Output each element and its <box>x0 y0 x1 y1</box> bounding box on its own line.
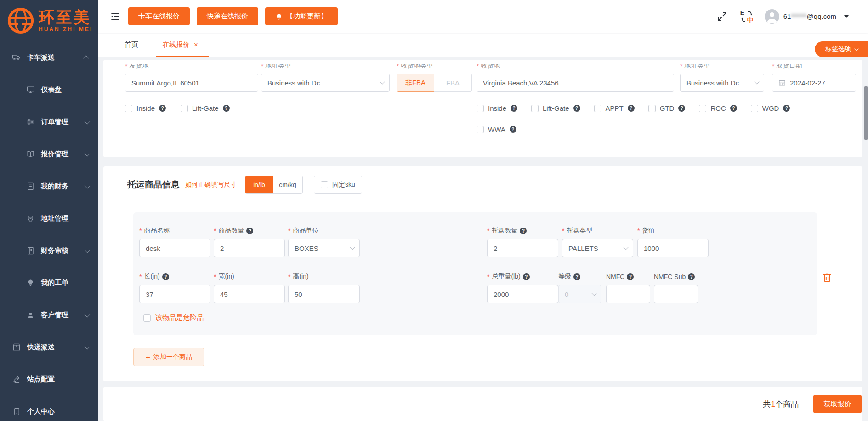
non-fba-option[interactable]: 非FBA <box>397 74 434 92</box>
nmfc-sub-input[interactable] <box>654 285 698 303</box>
origin-addr-type-select[interactable]: Business with Dc <box>261 74 390 92</box>
feature-update-button[interactable]: 【功能更新】 <box>265 7 338 25</box>
checkbox[interactable] <box>648 105 656 112</box>
sidebar-item-personal-center[interactable]: 个人中心 <box>0 395 98 421</box>
checkbox[interactable] <box>531 105 539 112</box>
help-icon[interactable]: ? <box>573 105 580 112</box>
weight-input[interactable]: 2000 <box>487 285 558 303</box>
checkbox[interactable] <box>321 181 328 188</box>
avatar <box>765 9 779 24</box>
sidebar-item-dashboard[interactable]: 仪表盘 <box>0 74 98 106</box>
checkbox[interactable] <box>477 126 484 133</box>
product-qty-input[interactable]: 2 <box>214 239 285 257</box>
checkbox[interactable] <box>143 314 151 322</box>
checkbox[interactable] <box>181 105 188 112</box>
content-area: *发货地 Summit Argo,IL 60501 *地址类型 Business… <box>98 57 868 421</box>
delete-product-icon[interactable] <box>821 271 833 283</box>
help-icon[interactable]: ? <box>159 105 166 112</box>
help-icon[interactable]: ? <box>510 126 516 133</box>
sidebar-item-express-delivery[interactable]: 快递派送 <box>0 331 98 363</box>
sidebar-item-order-management[interactable]: 订单管理 <box>0 106 98 138</box>
sidebar-item-site-config[interactable]: 站点配置 <box>0 363 98 395</box>
dest-roc-option[interactable]: ROC? <box>699 104 737 112</box>
pallet-qty-input[interactable]: 2 <box>487 239 558 257</box>
sidebar-item-quote-management[interactable]: 报价管理 <box>0 138 98 170</box>
page-scrollbar-thumb[interactable] <box>864 86 868 140</box>
user-menu[interactable]: 61*****@qq.com <box>765 9 849 24</box>
globe-logo-icon <box>6 6 35 35</box>
help-icon[interactable]: ? <box>688 273 695 280</box>
language-switch-icon[interactable]: E 中 <box>740 10 754 23</box>
dest-appt-option[interactable]: APPT? <box>594 104 635 112</box>
truck-online-quote-button[interactable]: 卡车在线报价 <box>128 7 190 25</box>
dest-addr-type-select[interactable]: Business with Dc <box>680 74 764 92</box>
origin-liftgate-option[interactable]: Lift-Gate? <box>181 104 230 112</box>
help-icon[interactable]: ? <box>783 105 790 112</box>
origin-inside-option[interactable]: Inside? <box>125 104 166 112</box>
help-icon[interactable]: ? <box>678 105 685 112</box>
length-input[interactable]: 37 <box>139 285 210 303</box>
fullscreen-icon[interactable] <box>716 10 729 23</box>
help-icon[interactable]: ? <box>730 105 737 112</box>
checkbox[interactable] <box>594 105 601 112</box>
sidebar-item-customer-management[interactable]: 客户管理 <box>0 299 98 331</box>
dest-liftgate-option[interactable]: Lift-Gate? <box>531 104 580 112</box>
brand-title: 环至美 <box>39 9 93 25</box>
help-icon[interactable]: ? <box>511 105 517 112</box>
dest-inside-option[interactable]: Inside? <box>477 104 517 112</box>
close-tab-icon[interactable]: × <box>194 40 198 48</box>
hazardous-item-option[interactable]: 该物品是危险品 <box>139 313 817 322</box>
dest-gtd-option[interactable]: GTD? <box>648 104 686 112</box>
map-pin-icon <box>26 214 35 223</box>
unit-cmkg-option[interactable]: cm/kg <box>273 176 302 193</box>
bulb-icon <box>26 278 35 287</box>
sidebar-item-my-tickets[interactable]: 我的工单 <box>0 267 98 299</box>
size-help-link[interactable]: 如何正确填写尺寸 <box>185 181 237 189</box>
sidebar-item-finance-audit[interactable]: 财务审核 <box>0 234 98 267</box>
origin-input[interactable]: Summit Argo,IL 60501 <box>125 74 258 92</box>
checkbox[interactable] <box>699 105 706 112</box>
pallet-type-select[interactable]: PALLETS <box>562 239 633 257</box>
help-icon[interactable]: ? <box>573 273 580 280</box>
dest-type-field: *收货地类型 非FBA FBA <box>397 64 472 92</box>
fixed-sku-option[interactable]: 固定sku <box>314 176 362 194</box>
fba-option[interactable]: FBA <box>434 74 472 92</box>
help-icon[interactable]: ? <box>628 105 635 112</box>
add-product-button[interactable]: + 添加一个商品 <box>133 348 204 366</box>
checkbox[interactable] <box>125 105 132 112</box>
sidebar-item-my-finance[interactable]: 我的财务 <box>0 170 98 202</box>
width-input[interactable]: 45 <box>214 285 285 303</box>
pickup-date-input[interactable]: 2024-02-27 <box>772 74 856 92</box>
height-input[interactable]: 50 <box>288 285 360 303</box>
dest-wwa-option[interactable]: WWA? <box>477 125 516 133</box>
help-icon[interactable]: ? <box>162 273 169 280</box>
grade-select[interactable]: 0 <box>558 285 601 303</box>
unit-inlb-option[interactable]: in/lb <box>245 176 273 193</box>
product-name-input[interactable]: desk <box>139 239 210 257</box>
help-icon[interactable]: ? <box>246 228 253 234</box>
help-icon[interactable]: ? <box>523 273 530 280</box>
cargo-value-input[interactable]: 1000 <box>637 239 709 257</box>
express-online-quote-button[interactable]: 快递在线报价 <box>197 7 258 25</box>
product-unit-select[interactable]: BOXES <box>288 239 360 257</box>
sidebar-item-address-management[interactable]: 地址管理 <box>0 202 98 234</box>
chevron-down-icon <box>380 79 385 84</box>
help-icon[interactable]: ? <box>520 228 527 234</box>
chevron-down-icon <box>854 46 859 51</box>
checkbox[interactable] <box>751 105 758 112</box>
sidebar-item-label: 仪表盘 <box>41 85 62 94</box>
tab-home[interactable]: 首页 <box>120 40 143 57</box>
help-icon[interactable]: ? <box>223 105 230 112</box>
sidebar-item-truck-delivery[interactable]: 卡车派送 <box>0 41 98 74</box>
dest-input[interactable]: Virginia Beach,VA 23456 <box>477 74 674 92</box>
sidebar-item-label: 快递派送 <box>27 343 55 352</box>
collapse-sidebar-icon[interactable] <box>109 11 121 23</box>
help-icon[interactable]: ? <box>627 273 634 280</box>
nmfc-input[interactable] <box>606 285 650 303</box>
dest-addr-type-field: *地址类型 Business with Dc <box>680 64 764 92</box>
tag-options-button[interactable]: 标签选项 <box>815 41 868 57</box>
get-quote-button[interactable]: 获取报价 <box>813 395 862 413</box>
tab-online-quote[interactable]: 在线报价× <box>158 40 203 57</box>
dest-wgd-option[interactable]: WGD? <box>751 104 790 112</box>
checkbox[interactable] <box>477 105 484 112</box>
